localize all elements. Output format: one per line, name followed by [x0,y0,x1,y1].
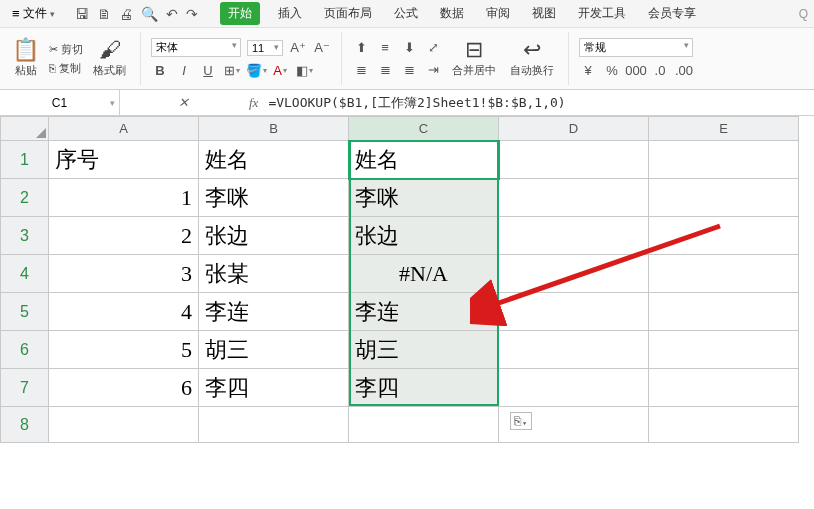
decrease-font-icon[interactable]: A⁻ [313,39,331,57]
paste-options-button[interactable]: ⎘▾ [510,412,532,430]
row-header[interactable]: 8 [1,407,49,443]
formula-input[interactable]: =VLOOKUP($B1,[工作簿2]Sheet1!$B:$B,1,0) [268,94,806,112]
increase-decimal-icon[interactable]: .00 [675,61,693,79]
tab-page-layout[interactable]: 页面布局 [320,2,376,25]
redo-icon[interactable]: ↷ [186,6,198,22]
col-header-B[interactable]: B [199,117,349,141]
cell[interactable]: 序号 [49,141,199,179]
cell[interactable]: 胡三 [349,331,499,369]
cell[interactable]: 李连 [349,293,499,331]
row-header[interactable]: 3 [1,217,49,255]
fx-icon[interactable]: fx [249,95,258,111]
fill-color-icon[interactable]: 🪣 [247,61,265,79]
cell[interactable]: 胡三 [199,331,349,369]
cell[interactable]: 李四 [349,369,499,407]
copy-button[interactable]: ⎘ 复制 [49,61,83,76]
align-middle-icon[interactable]: ≡ [376,39,394,57]
tab-formula[interactable]: 公式 [390,2,422,25]
cell[interactable] [649,369,799,407]
cell[interactable] [499,331,649,369]
print-preview-icon[interactable]: 🔍 [141,6,158,22]
font-size-select[interactable]: 11 [247,40,283,56]
cell[interactable] [49,407,199,443]
cell[interactable]: 张某 [199,255,349,293]
italic-icon[interactable]: I [175,61,193,79]
percent-icon[interactable]: % [603,61,621,79]
cell[interactable] [649,217,799,255]
wrap-text-button[interactable]: ↩ 自动换行 [506,37,558,80]
cell[interactable]: 6 [49,369,199,407]
undo-icon[interactable]: ↶ [166,6,178,22]
tab-insert[interactable]: 插入 [274,2,306,25]
cell[interactable]: 李四 [199,369,349,407]
row-header[interactable]: 6 [1,331,49,369]
tab-dev-tools[interactable]: 开发工具 [574,2,630,25]
font-color-icon[interactable]: A [271,61,289,79]
comma-icon[interactable]: 000 [627,61,645,79]
row-header[interactable]: 1 [1,141,49,179]
tab-review[interactable]: 审阅 [482,2,514,25]
cell[interactable] [499,255,649,293]
underline-icon[interactable]: U [199,61,217,79]
cell[interactable]: 3 [49,255,199,293]
row-header[interactable]: 5 [1,293,49,331]
number-format-select[interactable]: 常规 [579,38,693,57]
col-header-D[interactable]: D [499,117,649,141]
cell[interactable] [199,407,349,443]
cell-error[interactable]: #N/A [349,255,499,293]
row-header[interactable]: 4 [1,255,49,293]
file-menu[interactable]: 文件 [6,3,61,24]
align-center-icon[interactable]: ≣ [376,61,394,79]
align-top-icon[interactable]: ⬆ [352,39,370,57]
cell[interactable]: 李咪 [349,179,499,217]
tab-member[interactable]: 会员专享 [644,2,700,25]
cell[interactable] [649,141,799,179]
cell[interactable] [649,179,799,217]
name-box-input[interactable] [6,96,113,110]
cell[interactable] [349,407,499,443]
align-bottom-icon[interactable]: ⬇ [400,39,418,57]
decrease-decimal-icon[interactable]: .0 [651,61,669,79]
row-header[interactable]: 7 [1,369,49,407]
cancel-formula-icon[interactable]: ✕ [178,95,189,110]
cell[interactable] [649,407,799,443]
cell[interactable] [649,255,799,293]
cell[interactable] [499,369,649,407]
save-icon[interactable]: 🖫 [75,6,89,22]
cell[interactable] [499,217,649,255]
print-icon[interactable]: 🖨 [119,6,133,22]
merge-center-button[interactable]: ⊟ 合并居中 [448,37,500,80]
paste-button[interactable]: 📋 粘贴 [8,37,43,80]
cell[interactable]: 5 [49,331,199,369]
name-box[interactable] [0,90,120,115]
cell[interactable]: 2 [49,217,199,255]
font-name-select[interactable]: 宋体 [151,38,241,57]
cell[interactable]: 李咪 [199,179,349,217]
tab-view[interactable]: 视图 [528,2,560,25]
col-header-C[interactable]: C [349,117,499,141]
cell[interactable] [649,331,799,369]
row-header[interactable]: 2 [1,179,49,217]
format-painter-button[interactable]: 🖌 格式刷 [89,37,130,80]
cell[interactable]: 姓名 [199,141,349,179]
cell[interactable]: 1 [49,179,199,217]
cell[interactable] [499,141,649,179]
tab-start[interactable]: 开始 [220,2,260,25]
cell[interactable]: 张边 [349,217,499,255]
increase-font-icon[interactable]: A⁺ [289,39,307,57]
highlight-icon[interactable]: ◧ [295,61,313,79]
col-header-E[interactable]: E [649,117,799,141]
select-all-corner[interactable] [1,117,49,141]
orientation-icon[interactable]: ⤢ [424,39,442,57]
cell-active[interactable]: 姓名 [349,141,499,179]
border-icon[interactable]: ⊞ [223,61,241,79]
cell[interactable]: 4 [49,293,199,331]
align-left-icon[interactable]: ≣ [352,61,370,79]
align-right-icon[interactable]: ≣ [400,61,418,79]
cut-button[interactable]: ✂ 剪切 [49,42,83,57]
cell[interactable] [649,293,799,331]
help-icon[interactable]: Q [799,7,808,21]
tab-data[interactable]: 数据 [436,2,468,25]
currency-icon[interactable]: ¥ [579,61,597,79]
bold-icon[interactable]: B [151,61,169,79]
